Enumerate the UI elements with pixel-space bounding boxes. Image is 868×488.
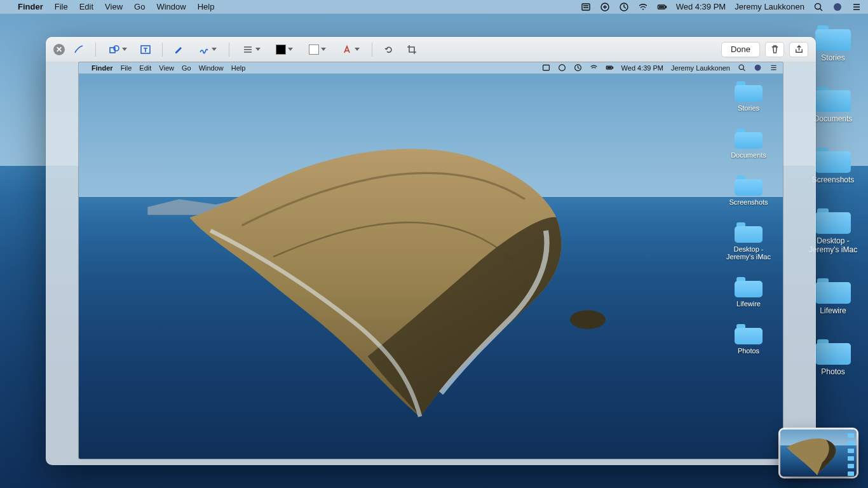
notification-center-icon — [770, 64, 778, 72]
folder-label: Photos — [821, 367, 844, 376]
sign-tool[interactable] — [193, 42, 221, 57]
trash-button[interactable] — [765, 42, 784, 57]
wallpaper-island-illustration — [93, 126, 726, 419]
captured-folder-label: Screenshots — [729, 198, 768, 206]
svg-rect-0 — [582, 4, 590, 10]
svg-rect-5 — [659, 6, 664, 8]
menu-extra-icon — [558, 64, 566, 72]
battery-icon[interactable] — [657, 2, 667, 12]
captured-desktop-folder: Stories — [723, 81, 774, 112]
chevron-down-icon — [355, 48, 360, 51]
screenshot-thumbnail[interactable] — [780, 430, 857, 477]
captured-folder-label: Photos — [738, 347, 759, 355]
wifi-icon — [590, 64, 598, 72]
markup-canvas[interactable]: Finder File Edit View Go Window Help Wed… — [79, 62, 783, 459]
spotlight-icon[interactable] — [813, 2, 824, 12]
captured-desktop-folder: Desktop - Jeremy's iMac — [723, 222, 774, 261]
captured-menubar-item: Window — [199, 64, 224, 72]
siri-icon[interactable] — [832, 2, 843, 12]
menubar-item-view[interactable]: View — [105, 2, 123, 11]
captured-menubar-item: Edit — [139, 64, 151, 72]
svg-rect-4 — [665, 6, 667, 8]
svg-point-13 — [559, 65, 565, 71]
folder-icon — [815, 339, 851, 365]
captured-folder-label: Documents — [731, 151, 766, 159]
crop-tool-icon[interactable] — [403, 42, 421, 57]
captured-desktop-folders: Stories Documents Screenshots Desktop - … — [723, 81, 774, 371]
chevron-down-icon — [255, 48, 261, 51]
svg-point-18 — [739, 65, 743, 69]
folder-icon — [815, 278, 851, 304]
captured-menubar-item: Help — [231, 64, 246, 72]
captured-desktop-folder: Screenshots — [723, 175, 774, 206]
text-tool-icon[interactable] — [137, 42, 154, 57]
share-button[interactable] — [789, 42, 808, 57]
svg-point-19 — [755, 65, 761, 71]
markup-toolbar: ✕ Done — [46, 37, 816, 62]
time-machine-icon — [574, 64, 582, 72]
menubar-user[interactable]: Jeremy Laukkonen — [735, 2, 804, 11]
done-button[interactable]: Done — [721, 42, 760, 57]
color-swatch-white — [309, 44, 319, 55]
folder-label: Documents — [814, 114, 853, 123]
captured-menubar-item: File — [121, 64, 132, 72]
menu-extra-icon — [542, 64, 550, 72]
notification-center-icon[interactable] — [851, 2, 862, 12]
wifi-icon[interactable] — [638, 2, 648, 12]
close-button[interactable]: ✕ — [53, 44, 65, 55]
svg-rect-12 — [543, 65, 549, 70]
svg-rect-16 — [612, 67, 613, 69]
menubar-clock[interactable]: Wed 4:39 PM — [676, 2, 726, 11]
captured-menubar-user: Jeremy Laukkonen — [671, 64, 730, 72]
captured-desktop-folder: Photos — [723, 324, 774, 355]
menubar: Finder File Edit View Go Window Help Wed… — [0, 0, 868, 14]
folder-label: Lifewire — [820, 306, 846, 315]
menubar-app-name[interactable]: Finder — [18, 2, 43, 11]
folder-label: Desktop - Jeremy's iMac — [809, 236, 857, 254]
chevron-down-icon — [321, 48, 326, 51]
captured-menubar: Finder File Edit View Go Window Help Wed… — [79, 62, 783, 74]
menubar-item-file[interactable]: File — [55, 2, 68, 11]
captured-folder-label: Lifewire — [736, 300, 761, 308]
folder-icon — [735, 175, 763, 196]
folder-icon — [815, 147, 851, 173]
chevron-down-icon — [122, 48, 127, 51]
captured-menubar-item: View — [159, 64, 174, 72]
captured-folder-label: Stories — [738, 104, 759, 112]
color-swatch-black — [276, 44, 286, 55]
svg-point-11 — [570, 310, 606, 329]
svg-rect-17 — [607, 67, 611, 68]
captured-menubar-item: Go — [182, 64, 191, 72]
siri-icon — [754, 64, 762, 72]
menubar-item-go[interactable]: Go — [134, 2, 145, 11]
svg-point-7 — [834, 3, 841, 11]
rotate-tool-icon[interactable] — [380, 42, 398, 57]
menubar-item-help[interactable]: Help — [198, 2, 215, 11]
draw-tool-icon[interactable] — [70, 42, 88, 57]
folder-icon — [815, 208, 851, 234]
time-machine-icon[interactable] — [619, 2, 629, 12]
folder-icon — [735, 277, 763, 297]
folder-label: Stories — [821, 53, 844, 62]
captured-desktop-folder: Lifewire — [723, 277, 774, 308]
menu-extra-icon[interactable] — [581, 2, 591, 12]
menubar-item-edit[interactable]: Edit — [79, 2, 93, 11]
folder-icon — [815, 86, 851, 112]
svg-point-9 — [114, 46, 119, 51]
highlight-tool-icon[interactable] — [170, 42, 188, 57]
captured-menubar-clock: Wed 4:39 PM — [621, 64, 663, 72]
spotlight-icon — [738, 64, 746, 72]
shapes-tool[interactable] — [104, 42, 132, 57]
menu-extra-icon[interactable] — [600, 2, 610, 12]
line-weight-tool[interactable] — [237, 42, 265, 57]
battery-icon — [606, 64, 614, 72]
captured-screenshot: Finder File Edit View Go Window Help Wed… — [79, 62, 783, 459]
fill-color-tool[interactable] — [303, 42, 331, 57]
captured-desktop-folder: Documents — [723, 128, 774, 159]
stroke-color-tool[interactable] — [270, 42, 298, 57]
svg-point-6 — [815, 3, 821, 9]
captured-folder-label: Desktop - Jeremy's iMac — [726, 245, 771, 261]
font-style-tool[interactable] — [336, 42, 364, 57]
folder-label: Screenshots — [812, 175, 855, 184]
menubar-item-window[interactable]: Window — [156, 2, 186, 11]
